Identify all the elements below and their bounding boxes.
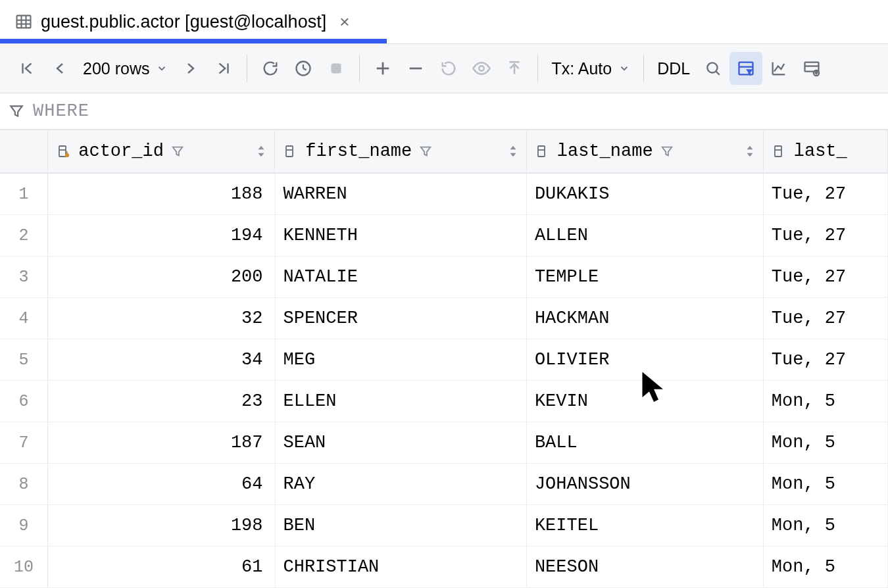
column-header-first-name[interactable]: first_name bbox=[275, 130, 527, 172]
svg-rect-10 bbox=[332, 63, 341, 73]
cell-last-name[interactable]: DUKAKIS bbox=[527, 174, 764, 214]
cell-last-name[interactable]: KEITEL bbox=[527, 505, 764, 546]
cell-last-update[interactable]: Tue, 27 bbox=[764, 339, 888, 380]
cell-last-update[interactable]: Mon, 5 bbox=[764, 464, 888, 504]
first-page-button[interactable] bbox=[11, 52, 43, 85]
cell-last-name[interactable]: KEVIN bbox=[527, 381, 764, 422]
tx-mode-label: Tx: Auto bbox=[551, 59, 612, 78]
column-icon bbox=[283, 143, 299, 159]
cell-actor-id[interactable]: 198 bbox=[48, 505, 275, 546]
cell-last-update[interactable]: Mon, 5 bbox=[764, 381, 888, 422]
cell-actor-id[interactable]: 200 bbox=[48, 257, 275, 297]
cell-actor-id[interactable]: 64 bbox=[48, 464, 275, 504]
table-row[interactable]: 7187SEANBALLMon, 5 bbox=[0, 422, 888, 464]
cell-first-name[interactable]: SEAN bbox=[276, 422, 527, 463]
prev-page-button[interactable] bbox=[43, 52, 76, 85]
add-row-button[interactable] bbox=[366, 52, 399, 85]
cell-first-name[interactable]: ELLEN bbox=[276, 381, 527, 422]
where-label: WHERE bbox=[33, 101, 89, 121]
cell-last-name[interactable]: TEMPLE bbox=[527, 257, 764, 297]
chart-button[interactable] bbox=[762, 52, 795, 85]
column-filter-icon[interactable] bbox=[418, 144, 433, 159]
table-row[interactable]: 1188WARRENDUKAKISTue, 27 bbox=[0, 174, 888, 215]
cell-actor-id[interactable]: 23 bbox=[48, 381, 275, 422]
cell-first-name[interactable]: KENNETH bbox=[276, 215, 527, 256]
column-header-last-update[interactable]: last_ bbox=[764, 130, 888, 172]
next-page-button[interactable] bbox=[174, 52, 207, 85]
view-settings-button[interactable] bbox=[795, 52, 828, 85]
svg-rect-26 bbox=[59, 146, 66, 157]
column-sort-toggle[interactable] bbox=[505, 142, 521, 160]
cell-first-name[interactable]: NATALIE bbox=[276, 257, 527, 297]
tab-active[interactable]: guest.public.actor [guest@localhost] × bbox=[0, 0, 369, 43]
chevron-down-icon bbox=[156, 62, 168, 74]
column-filter-icon[interactable] bbox=[170, 144, 185, 159]
cell-first-name[interactable]: WARREN bbox=[276, 174, 527, 214]
column-header-label: first_name bbox=[305, 141, 412, 161]
toolbar-separator bbox=[537, 55, 538, 82]
cell-actor-id[interactable]: 187 bbox=[48, 422, 275, 463]
close-icon[interactable]: × bbox=[334, 12, 355, 32]
cell-last-name[interactable]: JOHANSSON bbox=[527, 464, 764, 504]
table-row[interactable]: 623ELLENKEVINMon, 5 bbox=[0, 381, 888, 422]
filter-view-button[interactable] bbox=[729, 52, 762, 85]
rows-dropdown[interactable]: 200 rows bbox=[76, 59, 174, 78]
column-filter-icon[interactable] bbox=[660, 144, 674, 159]
cell-first-name[interactable]: RAY bbox=[276, 464, 527, 504]
cell-last-update[interactable]: Tue, 27 bbox=[764, 215, 888, 256]
delete-row-button[interactable] bbox=[399, 52, 432, 85]
cell-actor-id[interactable]: 32 bbox=[48, 298, 275, 339]
refresh-button[interactable] bbox=[254, 52, 287, 85]
cell-last-name[interactable]: BALL bbox=[527, 422, 764, 463]
svg-rect-36 bbox=[538, 146, 545, 157]
svg-marker-31 bbox=[259, 153, 264, 157]
svg-marker-35 bbox=[510, 153, 516, 157]
last-page-button[interactable] bbox=[207, 52, 240, 85]
cell-last-name[interactable]: NEESON bbox=[527, 547, 764, 587]
primary-key-column-icon bbox=[56, 143, 72, 159]
cell-last-name[interactable]: OLIVIER bbox=[527, 339, 764, 380]
table-row[interactable]: 1061CHRISTIANNEESONMon, 5 bbox=[0, 547, 888, 588]
table-row[interactable]: 534MEGOLIVIERTue, 27 bbox=[0, 339, 888, 381]
preview-changes-button[interactable] bbox=[465, 52, 498, 85]
tx-mode-dropdown[interactable]: Tx: Auto bbox=[545, 59, 637, 78]
table-row[interactable]: 9198BENKEITELMon, 5 bbox=[0, 505, 888, 547]
cell-last-name[interactable]: ALLEN bbox=[527, 215, 764, 256]
ddl-button[interactable]: DDL bbox=[651, 59, 697, 78]
cell-last-name[interactable]: HACKMAN bbox=[527, 298, 764, 339]
cell-first-name[interactable]: CHRISTIAN bbox=[276, 547, 527, 587]
row-number: 2 bbox=[0, 215, 48, 256]
revert-button[interactable] bbox=[432, 52, 465, 85]
tab-title: guest.public.actor [guest@localhost] bbox=[41, 12, 326, 32]
cell-first-name[interactable]: MEG bbox=[276, 339, 527, 380]
cell-actor-id[interactable]: 194 bbox=[48, 215, 275, 256]
table-row[interactable]: 432SPENCERHACKMANTue, 27 bbox=[0, 298, 888, 339]
cell-last-update[interactable]: Tue, 27 bbox=[764, 257, 888, 297]
column-sort-toggle[interactable] bbox=[742, 142, 758, 160]
schedule-refresh-button[interactable] bbox=[287, 52, 320, 85]
cell-first-name[interactable]: BEN bbox=[276, 505, 527, 546]
where-filter-bar[interactable]: WHERE bbox=[0, 93, 888, 130]
cell-last-update[interactable]: Mon, 5 bbox=[764, 422, 888, 463]
cell-actor-id[interactable]: 188 bbox=[48, 174, 275, 214]
column-icon bbox=[535, 143, 551, 159]
cell-actor-id[interactable]: 61 bbox=[48, 547, 275, 587]
cell-last-update[interactable]: Mon, 5 bbox=[764, 505, 888, 546]
cell-actor-id[interactable]: 34 bbox=[48, 339, 275, 380]
column-header-label: actor_id bbox=[78, 141, 164, 161]
cell-last-update[interactable]: Tue, 27 bbox=[764, 298, 888, 339]
cell-last-update[interactable]: Mon, 5 bbox=[764, 547, 888, 587]
column-sort-toggle[interactable] bbox=[253, 142, 269, 160]
column-header-last-name[interactable]: last_name bbox=[527, 130, 764, 172]
search-button[interactable] bbox=[697, 52, 729, 85]
cell-first-name[interactable]: SPENCER bbox=[276, 298, 527, 339]
submit-button[interactable] bbox=[498, 52, 531, 85]
table-row[interactable]: 864RAYJOHANSSONMon, 5 bbox=[0, 464, 888, 505]
stop-button[interactable] bbox=[320, 52, 353, 85]
table-row[interactable]: 3200NATALIETEMPLETue, 27 bbox=[0, 257, 888, 298]
cell-last-update[interactable]: Tue, 27 bbox=[764, 174, 888, 214]
row-number-header bbox=[0, 130, 48, 172]
column-header-actor-id[interactable]: actor_id bbox=[48, 130, 275, 172]
table-row[interactable]: 2194KENNETHALLENTue, 27 bbox=[0, 215, 888, 257]
svg-rect-32 bbox=[286, 146, 293, 157]
